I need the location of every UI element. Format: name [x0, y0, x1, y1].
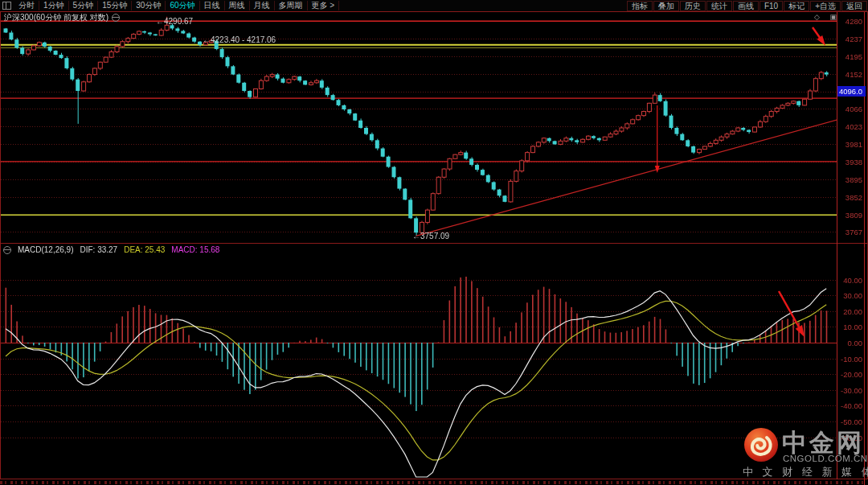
chart-title-row: 沪深300(60分钟 前复权 对数) — [4, 12, 120, 23]
macd-dea-value: DEA: 25.43 — [124, 245, 165, 254]
menu-item-weekly[interactable]: 周线 — [225, 1, 250, 10]
menu-item-add-watchlist[interactable]: +自选 — [810, 1, 841, 11]
price-axis-label: 3809 — [837, 211, 862, 220]
menu-item-more[interactable]: 更多 > — [308, 1, 340, 10]
cngold-url-text: CNGOLD.COM.CN — [783, 454, 868, 463]
chart-canvas[interactable] — [0, 0, 868, 485]
menu-item-multi-period[interactable]: 多周期 — [275, 1, 308, 10]
indicator-settings-icon[interactable] — [3, 246, 11, 254]
time-axis-sliver — [0, 481, 865, 484]
macd-value: MACD: 15.68 — [171, 245, 219, 254]
chart-title: 沪深300(60分钟 前复权 对数) — [4, 12, 108, 23]
macd-axis-label: 20.00 — [837, 307, 862, 316]
view-toggle-icons[interactable]: ◇ ▣ — [814, 13, 841, 21]
menu-item-daily[interactable]: 日线 — [200, 1, 225, 10]
macd-axis-label: -40.00 — [837, 401, 862, 410]
menu-item-f10[interactable]: F10 — [760, 1, 783, 11]
price-axis-label: 4195 — [837, 52, 862, 61]
menu-item-5min[interactable]: 5分钟 — [69, 1, 99, 10]
macd-header: MACD(12,26,9) DIF: 33.27 DEA: 25.43 MACD… — [3, 245, 219, 254]
menu-item-60min[interactable]: 60分钟 — [166, 1, 199, 10]
price-axis-label: 4066 — [837, 105, 862, 113]
macd-axis-label: 10.00 — [837, 323, 862, 331]
high-annotation: ←4290.67 — [156, 17, 193, 26]
trading-terminal-window: 分时1分钟5分钟15分钟30分钟60分钟日线周线月线多周期更多 > 指标叠加历史… — [0, 0, 868, 485]
low-annotation: ←3757.09 — [412, 232, 449, 240]
current-price-badge: 4096.0 — [837, 86, 866, 97]
menu-item-1min[interactable]: 1分钟 — [39, 1, 69, 10]
macd-axis-label: 40.00 — [837, 276, 862, 285]
macd-axis-label: -20.00 — [837, 370, 862, 379]
price-axis-label: 3895 — [837, 175, 862, 184]
window-layout-icon[interactable] — [2, 2, 11, 10]
macd-axis-label: 0.00 — [837, 339, 862, 347]
menu-item-draw[interactable]: 画线 — [733, 1, 759, 11]
price-axis-label: 4023 — [837, 122, 862, 131]
menu-item-30min[interactable]: 30分钟 — [132, 1, 166, 10]
menu-item-stats[interactable]: 统计 — [706, 1, 732, 11]
menu-item-fenshi[interactable]: 分时 — [14, 1, 39, 10]
resistance-zone-annotation: ←4223.40 - 4217.06 — [203, 35, 276, 44]
macd-axis-label: -10.00 — [837, 355, 862, 364]
menu-item-back[interactable]: 返回 — [841, 1, 867, 11]
menu-item-history[interactable]: 历史 — [680, 1, 706, 11]
cngold-logo-icon — [743, 427, 779, 466]
menu-item-indicator[interactable]: 指标 — [627, 1, 653, 11]
tools-menu: 指标叠加历史统计画线F10标记+自选返回 — [627, 1, 868, 11]
period-menu: 分时1分钟5分钟15分钟30分钟60分钟日线周线月线多周期更多 > — [0, 1, 339, 11]
price-axis-label: 3767 — [837, 228, 862, 236]
menu-item-15min[interactable]: 15分钟 — [98, 1, 132, 10]
menu-item-mark[interactable]: 标记 — [784, 1, 809, 11]
top-menubar: 分时1分钟5分钟15分钟30分钟60分钟日线周线月线多周期更多 > 指标叠加历史… — [0, 0, 868, 12]
menu-item-monthly[interactable]: 月线 — [250, 1, 275, 10]
settings-icon[interactable] — [112, 14, 120, 22]
macd-params: MACD(12,26,9) — [18, 245, 73, 254]
price-axis-label: 3938 — [837, 158, 862, 166]
cngold-slogan-text: 中 文 财 经 新 媒 体 — [743, 465, 868, 479]
price-axis-label: 3981 — [837, 140, 862, 149]
price-axis-label: 4237 — [837, 35, 862, 43]
price-axis-label: 3852 — [837, 193, 862, 202]
macd-axis-label: 30.00 — [837, 291, 862, 300]
menu-item-overlay[interactable]: 叠加 — [653, 1, 679, 11]
macd-axis-label: -50.00 — [837, 417, 862, 426]
macd-dif-value: DIF: 33.27 — [80, 245, 117, 254]
macd-axis-label: -30.00 — [837, 386, 862, 395]
price-axis-label: 4152 — [837, 70, 862, 79]
